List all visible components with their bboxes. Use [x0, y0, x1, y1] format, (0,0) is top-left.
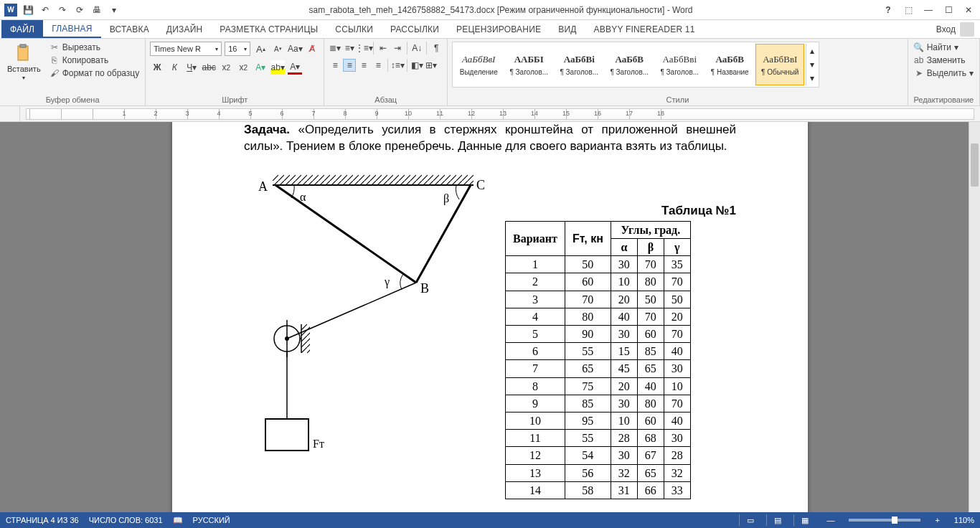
status-page[interactable]: СТРАНИЦА 4 ИЗ 36 — [6, 516, 79, 524]
cut-button[interactable]: ✂Вырезать — [48, 42, 141, 53]
undo-icon[interactable]: ↶ — [39, 4, 52, 16]
save-icon[interactable]: 💾 — [22, 4, 34, 16]
style-item[interactable]: АаБбВі¶ Заголов... — [555, 44, 603, 85]
underline-button[interactable]: Ч▾ — [184, 60, 199, 75]
clear-format-button[interactable]: A̸ — [305, 42, 319, 56]
style-item[interactable]: АаБбВ¶ Заголов... — [605, 44, 654, 85]
zoom-out-button[interactable]: — — [826, 516, 834, 524]
view-read-icon[interactable]: ▭ — [739, 514, 756, 526]
font-color-button[interactable]: A▾ — [288, 60, 302, 75]
col-variant: Вариант — [506, 221, 565, 255]
bullets-button[interactable]: ≣▾ — [329, 42, 341, 55]
borders-button[interactable]: ⊞▾ — [425, 59, 438, 72]
table-row: 1254306728 — [506, 447, 691, 464]
copy-button[interactable]: ⎘Копировать — [48, 55, 141, 66]
page: Задача. «Определить усилия в стержнях кр… — [172, 122, 808, 512]
text-effects-button[interactable]: A▾ — [253, 60, 268, 75]
align-left-button[interactable]: ≡ — [329, 59, 341, 72]
refresh-icon[interactable]: ⟳ — [73, 4, 86, 16]
table-row: 875204010 — [506, 377, 691, 395]
title-bar: W 💾 ↶ ↷ ⟳ 🖶 ▾ sam_rabota_teh_meh_1426758… — [0, 0, 980, 20]
tab-design[interactable]: ДИЗАЙН — [158, 20, 212, 38]
find-button[interactable]: 🔍Найти ▾ — [913, 42, 975, 53]
close-icon[interactable]: ✕ — [961, 5, 976, 15]
replace-button[interactable]: abЗаменить — [913, 55, 975, 66]
zoom-slider[interactable] — [849, 519, 920, 522]
font-size-select[interactable]: 16▾ — [225, 42, 250, 56]
paste-button[interactable]: Вставить ▾ — [4, 42, 44, 82]
horizontal-ruler[interactable]: 123456789101112131415161718 — [26, 108, 974, 120]
multilevel-button[interactable]: ⋮≡▾ — [357, 42, 370, 55]
tab-home[interactable]: ГЛАВНАЯ — [43, 20, 100, 38]
tab-view[interactable]: ВИД — [550, 20, 585, 38]
style-item[interactable]: ААББІ¶ Заголов... — [504, 44, 553, 85]
help-icon[interactable]: ? — [881, 5, 895, 15]
ribbon-options-icon[interactable]: ⬚ — [901, 5, 915, 15]
login-button[interactable]: Вход — [930, 20, 980, 38]
format-painter-button[interactable]: 🖌Формат по образцу — [48, 67, 141, 79]
svg-rect-2 — [273, 175, 473, 185]
zoom-level[interactable]: 110% — [954, 516, 974, 524]
group-label: Редактирование — [913, 94, 975, 104]
indent-button[interactable]: ⇥ — [391, 42, 404, 55]
align-center-button[interactable]: ≡ — [343, 59, 356, 72]
svg-rect-0 — [18, 46, 28, 60]
style-item[interactable]: АаБбВві¶ Заголов... — [655, 44, 704, 85]
style-gallery[interactable]: АаБбВвІВыделение ААББІ¶ Заголов... АаБбВ… — [452, 42, 819, 88]
tab-layout[interactable]: РАЗМЕТКА СТРАНИЦЫ — [211, 20, 326, 38]
style-item[interactable]: АаБбВвІ¶ Обычный — [755, 44, 804, 85]
window-controls: ? ⬚ — ☐ ✕ — [881, 5, 976, 15]
view-web-icon[interactable]: ▦ — [793, 514, 811, 526]
strike-button[interactable]: abc — [202, 60, 216, 75]
maximize-icon[interactable]: ☐ — [941, 5, 956, 15]
group-label: Абзац — [329, 94, 443, 104]
numbering-button[interactable]: ≡▾ — [343, 42, 356, 55]
subscript-button[interactable]: x2 — [219, 60, 233, 75]
qat-more-icon[interactable]: ▾ — [108, 4, 121, 16]
grow-font-button[interactable]: A▴ — [253, 42, 268, 56]
change-case-button[interactable]: Aa▾ — [288, 42, 302, 56]
print-icon[interactable]: 🖶 — [90, 4, 103, 16]
style-item[interactable]: АаБбВ¶ Название — [705, 44, 754, 85]
tab-file[interactable]: ФАЙЛ — [1, 20, 43, 38]
sort-button[interactable]: A↓ — [410, 42, 423, 55]
view-print-icon[interactable]: ▤ — [766, 514, 783, 526]
tab-mailings[interactable]: РАССЫЛКИ — [382, 20, 448, 38]
shading-button[interactable]: ◧▾ — [410, 59, 423, 72]
status-bar: СТРАНИЦА 4 ИЗ 36 ЧИСЛО СЛОВ: 6031 📖 РУСС… — [0, 512, 980, 528]
ruler-corner[interactable] — [0, 106, 20, 121]
status-words[interactable]: ЧИСЛО СЛОВ: 6031 — [89, 516, 163, 524]
table-row: 765456530 — [506, 360, 691, 377]
tab-insert[interactable]: ВСТАВКА — [101, 20, 158, 38]
status-lang[interactable]: РУССКИЙ — [193, 516, 230, 524]
outdent-button[interactable]: ⇤ — [377, 42, 390, 55]
tab-references[interactable]: ССЫЛКИ — [326, 20, 382, 38]
bold-button[interactable]: Ж — [150, 60, 164, 75]
align-right-button[interactable]: ≡ — [357, 59, 370, 72]
style-gallery-more[interactable]: ▴▾▾ — [806, 44, 817, 85]
scrollbar-thumb[interactable] — [971, 143, 979, 187]
font-name-select[interactable]: Times New R▾ — [150, 42, 222, 56]
tab-abbyy[interactable]: ABBYY FineReader 11 — [585, 20, 704, 38]
italic-button[interactable]: К — [167, 60, 182, 75]
shrink-font-button[interactable]: A▾ — [270, 42, 285, 56]
zoom-in-button[interactable]: + — [935, 516, 939, 524]
col-ft: Fт, кн — [565, 221, 611, 255]
bracket-diagram: A C α β B γ — [244, 175, 488, 466]
proofing-icon[interactable]: 📖 — [173, 516, 183, 525]
col-angles: Углы, град. — [611, 221, 690, 238]
vertical-scrollbar[interactable] — [969, 122, 980, 512]
select-button[interactable]: ➤Выделить ▾ — [913, 67, 975, 79]
style-item[interactable]: АаБбВвІВыделение — [454, 44, 503, 85]
tab-review[interactable]: РЕЦЕНЗИРОВАНИЕ — [448, 20, 550, 38]
data-table: Вариант Fт, кн Углы, град. α β γ 1503070… — [505, 221, 691, 499]
minimize-icon[interactable]: — — [921, 5, 936, 15]
justify-button[interactable]: ≡ — [372, 59, 385, 72]
highlight-button[interactable]: ab▾ — [270, 60, 285, 75]
superscript-button[interactable]: x2 — [236, 60, 250, 75]
table-row: 985308070 — [506, 395, 691, 412]
show-marks-button[interactable]: ¶ — [430, 42, 443, 55]
line-spacing-button[interactable]: ↕≡▾ — [391, 59, 404, 72]
ruler-bar: 123456789101112131415161718 — [0, 106, 980, 122]
redo-icon[interactable]: ↷ — [56, 4, 69, 16]
